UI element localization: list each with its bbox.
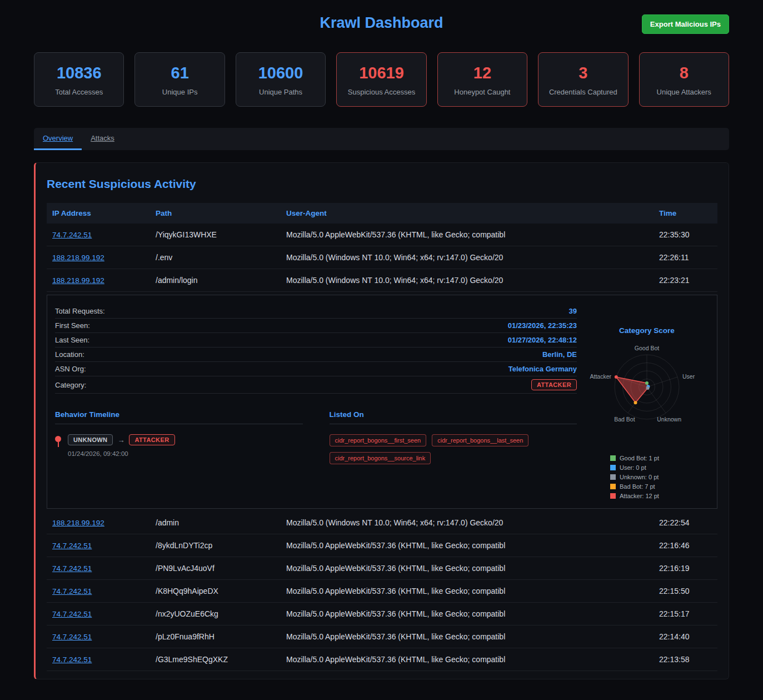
detail-field-row: ASN Org:Telefonica Germany [55, 362, 577, 376]
stat-label: Honeypot Caught [442, 88, 522, 96]
stat-card-unique-ips: 61Unique IPs [134, 52, 225, 107]
stats-row: 10836Total Accesses61Unique IPs10600Uniq… [34, 52, 729, 107]
tab-label: Attacks [91, 134, 114, 142]
radar-chart: Good BotUserUnknownBad BotAttacker [586, 336, 708, 447]
stat-label: Total Accesses [39, 88, 119, 96]
timeline-to-badge: ATTACKER [129, 434, 174, 445]
row-path: /admin/login [156, 269, 286, 291]
tabs-bar: OverviewAttacks [34, 128, 729, 150]
export-malicious-ips-button[interactable]: Export Malicious IPs [642, 14, 729, 34]
field-label: Total Requests: [55, 307, 105, 315]
row-user-agent: Mozilla/5.0 AppleWebKit/537.36 (KHTML, l… [286, 557, 659, 579]
field-label: Last Seen: [55, 336, 89, 344]
stat-value: 61 [139, 64, 220, 82]
table-row[interactable]: 74.7.242.51/PN9LvAcJ4uoVfMozilla/5.0 App… [47, 557, 717, 580]
ip-link[interactable]: 74.7.242.51 [52, 656, 92, 664]
category-badge: ATTACKER [531, 379, 577, 390]
stat-card-total-accesses: 10836Total Accesses [34, 52, 124, 107]
table-row[interactable]: 74.7.242.51/YiqykGI13WHXEMozilla/5.0 App… [47, 224, 717, 246]
stat-value: 10836 [39, 64, 119, 82]
row-time: 22:35:30 [659, 224, 717, 246]
column-header-time: Time [659, 203, 717, 224]
field-label: Location: [55, 350, 84, 359]
row-user-agent: Mozilla/5.0 (Windows NT 10.0; Win64; x64… [286, 512, 659, 534]
row-user-agent: Mozilla/5.0 AppleWebKit/537.36 (KHTML, l… [286, 580, 659, 602]
column-header-path: Path [156, 203, 286, 224]
stat-value: 8 [644, 64, 724, 82]
behavior-timeline-title: Behavior Timeline [55, 410, 303, 424]
listed-on-section: Listed On cidr_report_bogons__first_seen… [330, 410, 577, 464]
timeline-pin-icon [55, 436, 61, 442]
ip-link[interactable]: 74.7.242.51 [52, 633, 92, 641]
blocklist-badge[interactable]: cidr_report_bogons__source_link [330, 452, 431, 464]
column-header-ip-address: IP Address [47, 203, 156, 224]
stat-value: 10600 [241, 64, 321, 82]
chart-legend: Good Bot: 1 ptUser: 0 ptUnknown: 0 ptBad… [585, 455, 709, 499]
table-row[interactable]: 74.7.242.51/pLz0Fnua9fRhHMozilla/5.0 App… [47, 625, 717, 648]
ip-link[interactable]: 74.7.242.51 [52, 587, 92, 595]
timeline-body: UNKNOWN → ATTACKER 01/24/2026, 09:42:00 [68, 434, 175, 457]
detail-subsections: Behavior Timeline UNKNOWN → ATTACKER [55, 410, 577, 464]
legend-label: Attacker: 12 pt [620, 493, 659, 499]
ip-link[interactable]: 188.218.99.192 [52, 254, 104, 262]
ip-link[interactable]: 188.218.99.192 [52, 519, 104, 527]
legend-label: Bad Bot: 7 pt [620, 483, 655, 490]
category-row: Category: ATTACKER [55, 376, 577, 394]
row-path: /nx2yUOZuE6Ckg [156, 603, 286, 625]
ip-link[interactable]: 74.7.242.51 [52, 231, 92, 239]
row-time: 22:23:21 [659, 269, 717, 291]
legend-item: Attacker: 12 pt [610, 493, 659, 499]
row-user-agent: Mozilla/5.0 AppleWebKit/537.36 (KHTML, l… [286, 224, 659, 246]
stat-card-credentials-captured: 3Credentials Captured [538, 52, 628, 107]
row-time: 22:16:46 [659, 534, 717, 557]
ip-link[interactable]: 188.218.99.192 [52, 276, 104, 285]
tab-attacks[interactable]: Attacks [82, 128, 123, 150]
table-row[interactable]: 188.218.99.192/adminMozilla/5.0 (Windows… [47, 512, 717, 534]
field-label: First Seen: [55, 321, 90, 330]
detail-field-row: First Seen:01/23/2026, 22:35:23 [55, 319, 577, 333]
legend-item: Good Bot: 1 pt [610, 455, 659, 461]
legend-item: Bad Bot: 7 pt [610, 483, 655, 490]
detail-field-row: Last Seen:01/27/2026, 22:48:12 [55, 333, 577, 347]
blocklist-badge[interactable]: cidr_report_bogons__last_seen [432, 434, 528, 446]
row-time: 22:15:17 [659, 603, 717, 625]
panel-title: Recent Suspicious Activity [47, 177, 717, 191]
listed-on-badges: cidr_report_bogons__first_seencidr_repor… [330, 434, 577, 464]
row-time: 22:13:58 [659, 648, 717, 671]
row-time: 22:22:54 [659, 512, 717, 534]
row-time: 22:14:40 [659, 625, 717, 648]
table-row[interactable]: 188.218.99.192/admin/loginMozilla/5.0 (W… [47, 269, 717, 292]
row-path: /pLz0Fnua9fRhH [156, 625, 286, 648]
legend-item: Unknown: 0 pt [610, 474, 659, 480]
row-user-agent: Mozilla/5.0 AppleWebKit/537.36 (KHTML, l… [286, 534, 659, 557]
radar-axis-label: Unknown [657, 416, 681, 423]
legend-swatch-icon [610, 484, 616, 489]
listed-on-title: Listed On [330, 410, 577, 424]
timeline-transition: UNKNOWN → ATTACKER [68, 434, 175, 445]
tab-label: Overview [43, 134, 73, 142]
table-row[interactable]: 74.7.242.51/nx2yUOZuE6CkgMozilla/5.0 App… [47, 603, 717, 625]
suspicious-activity-panel: Recent Suspicious Activity IP Address Pa… [34, 162, 729, 679]
stat-card-unique-paths: 10600Unique Paths [236, 52, 326, 107]
ip-link[interactable]: 74.7.242.51 [52, 564, 92, 573]
row-path: /K8HQq9hAipeDX [156, 580, 286, 602]
timeline-item: UNKNOWN → ATTACKER 01/24/2026, 09:42:00 [55, 434, 303, 457]
blocklist-badge[interactable]: cidr_report_bogons__first_seen [330, 434, 427, 446]
table-row[interactable]: 74.7.242.51/8ykdLnDYTi2cpMozilla/5.0 App… [47, 534, 717, 557]
rows-before-detail: 74.7.242.51/YiqykGI13WHXEMozilla/5.0 App… [47, 224, 717, 292]
field-value: Telefonica Germany [508, 365, 577, 373]
table-row[interactable]: 188.218.99.192/.envMozilla/5.0 (Windows … [47, 246, 717, 269]
field-label: ASN Org: [55, 365, 86, 373]
legend-label: Good Bot: 1 pt [620, 455, 659, 461]
field-value: Berlin, DE [542, 350, 577, 359]
legend-item: User: 0 pt [610, 464, 646, 471]
behavior-timeline-section: Behavior Timeline UNKNOWN → ATTACKER [55, 410, 303, 464]
ip-link[interactable]: 74.7.242.51 [52, 542, 92, 550]
table-row[interactable]: 74.7.242.51/K8HQq9hAipeDXMozilla/5.0 App… [47, 580, 717, 603]
detail-field-row: Location:Berlin, DE [55, 347, 577, 362]
table-row[interactable]: 74.7.242.51/G3Lme9ShEQgXKZMozilla/5.0 Ap… [47, 648, 717, 671]
stat-label: Unique Paths [241, 88, 321, 96]
tab-overview[interactable]: Overview [34, 128, 82, 150]
row-path: /PN9LvAcJ4uoVf [156, 557, 286, 579]
ip-link[interactable]: 74.7.242.51 [52, 610, 92, 618]
